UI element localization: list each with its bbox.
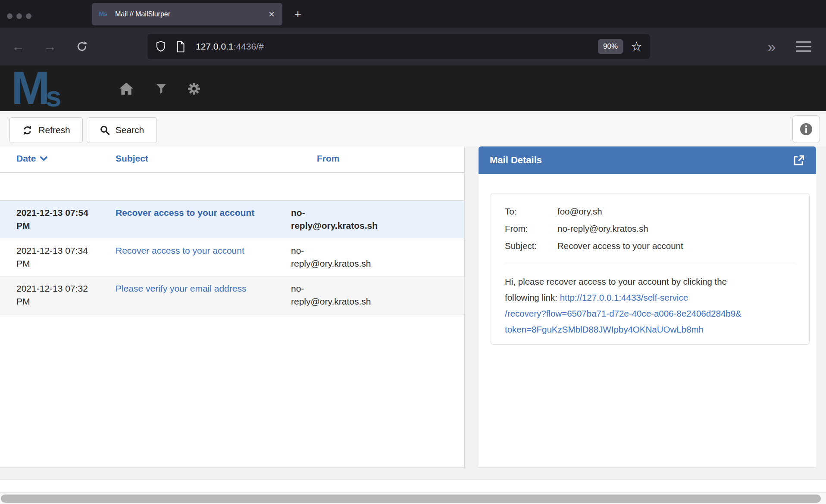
mail-list-header: Date Subject From bbox=[0, 146, 464, 173]
bookmark-star-icon[interactable]: ☆ bbox=[631, 40, 642, 53]
footer-gap bbox=[0, 468, 826, 479]
mail-row[interactable]: 2021-12-13 07:34 PM Recover access to yo… bbox=[0, 239, 464, 277]
url-text[interactable]: 127.0.0.1:4436/# bbox=[196, 41, 598, 52]
browser-url-toolbar: ← → 127.0.0.1:4436/# 90% ☆ » bbox=[0, 28, 826, 65]
url-host: 127.0.0.1 bbox=[196, 41, 234, 51]
info-icon bbox=[799, 122, 813, 136]
shield-icon[interactable] bbox=[155, 40, 166, 53]
mail-list-panel: Date Subject From 2021-12-13 07:54 PM Re… bbox=[0, 146, 465, 468]
mail-date: 2021-12-13 07:54 PM bbox=[16, 206, 96, 232]
browser-tab-bar: Ms Mail // MailSlurper × + bbox=[0, 0, 826, 28]
from-label: From: bbox=[505, 223, 557, 234]
to-label: To: bbox=[505, 205, 557, 217]
meta-row-from: From: no-reply@ory.kratos.sh bbox=[505, 223, 795, 234]
mail-subject-link[interactable]: Recover access to your account bbox=[116, 206, 301, 219]
new-tab-button[interactable]: + bbox=[290, 6, 306, 22]
reload-button[interactable] bbox=[71, 28, 93, 65]
meta-row-to: To: foo@ory.sh bbox=[505, 205, 795, 217]
back-button[interactable]: ← bbox=[7, 28, 29, 65]
mail-details-card: To: foo@ory.sh From: no-reply@ory.kratos… bbox=[491, 193, 810, 345]
column-header-from[interactable]: From bbox=[317, 153, 340, 164]
mail-row-selected[interactable]: 2021-12-13 07:54 PM Recover access to yo… bbox=[0, 200, 464, 238]
mail-row[interactable]: 2021-12-13 07:32 PM Please verify your e… bbox=[0, 277, 464, 314]
url-bar[interactable]: 127.0.0.1:4436/# 90% ☆ bbox=[147, 34, 650, 59]
toolbar-overflow-icon[interactable]: » bbox=[759, 28, 785, 65]
search-icon bbox=[100, 125, 110, 135]
info-button[interactable] bbox=[792, 115, 820, 143]
mailslurper-favicon-icon: Ms bbox=[99, 10, 110, 19]
mail-from: no-reply@ory.kratos.sh bbox=[291, 282, 381, 308]
tab-close-icon[interactable]: × bbox=[268, 9, 275, 19]
hamburger-menu-icon[interactable] bbox=[794, 40, 813, 53]
mail-body-text: Hi, please recover access to your accoun… bbox=[505, 274, 795, 337]
window-control-dots[interactable] bbox=[7, 13, 31, 19]
body-line1: Hi, please recover access to your accoun… bbox=[505, 274, 795, 289]
to-value: foo@ory.sh bbox=[557, 205, 602, 217]
mailslurper-logo[interactable]: Ms bbox=[11, 66, 62, 111]
refresh-icon bbox=[22, 125, 33, 136]
zoom-level-badge[interactable]: 90% bbox=[598, 39, 623, 54]
column-header-date[interactable]: Date bbox=[16, 153, 47, 164]
tab-title: Mail // MailSlurper bbox=[115, 10, 268, 18]
mail-from: no-reply@ory.kratos.sh bbox=[291, 206, 381, 232]
meta-row-subject: Subject: Recover access to your account bbox=[505, 240, 795, 252]
scrollbar-thumb[interactable] bbox=[1, 495, 821, 503]
subject-label: Subject: bbox=[505, 240, 557, 252]
column-header-subject[interactable]: Subject bbox=[116, 153, 148, 164]
mail-details-heading: Mail Details bbox=[479, 146, 816, 174]
mail-subject-link[interactable]: Please verify your email address bbox=[116, 282, 301, 295]
search-button[interactable]: Search bbox=[87, 117, 157, 143]
from-value: no-reply@ory.kratos.sh bbox=[557, 223, 648, 234]
footer-strip bbox=[0, 480, 826, 492]
sort-descending-icon bbox=[40, 156, 47, 161]
subject-value: Recover access to your account bbox=[557, 240, 683, 252]
refresh-label: Refresh bbox=[38, 125, 70, 135]
card-divider bbox=[505, 262, 795, 262]
open-external-icon[interactable] bbox=[793, 154, 805, 166]
browser-tab[interactable]: Ms Mail // MailSlurper × bbox=[92, 3, 282, 25]
page-info-icon[interactable] bbox=[176, 41, 185, 53]
mail-subject-link[interactable]: Recover access to your account bbox=[116, 244, 301, 257]
search-label: Search bbox=[116, 125, 144, 135]
reload-icon bbox=[76, 40, 88, 53]
home-icon[interactable] bbox=[119, 81, 134, 96]
filter-icon[interactable] bbox=[153, 81, 169, 96]
gear-icon[interactable] bbox=[186, 81, 202, 96]
action-toolbar: Refresh Search bbox=[0, 111, 826, 146]
mail-details-title: Mail Details bbox=[490, 155, 793, 166]
mailslurper-navbar: Ms bbox=[0, 65, 826, 111]
url-suffix: :4436/# bbox=[234, 41, 264, 51]
horizontal-scrollbar[interactable] bbox=[0, 492, 826, 504]
mail-date: 2021-12-13 07:32 PM bbox=[16, 282, 96, 308]
forward-button[interactable]: → bbox=[39, 28, 61, 65]
main-content: Date Subject From 2021-12-13 07:54 PM Re… bbox=[0, 146, 826, 468]
mail-date: 2021-12-13 07:34 PM bbox=[16, 244, 96, 270]
mail-details-panel: Mail Details To: foo@ory.sh From: no-rep… bbox=[479, 146, 816, 468]
refresh-button[interactable]: Refresh bbox=[9, 117, 83, 143]
mail-from: no-reply@ory.kratos.sh bbox=[291, 244, 381, 270]
body-line2-prefix: following link: bbox=[505, 292, 560, 302]
